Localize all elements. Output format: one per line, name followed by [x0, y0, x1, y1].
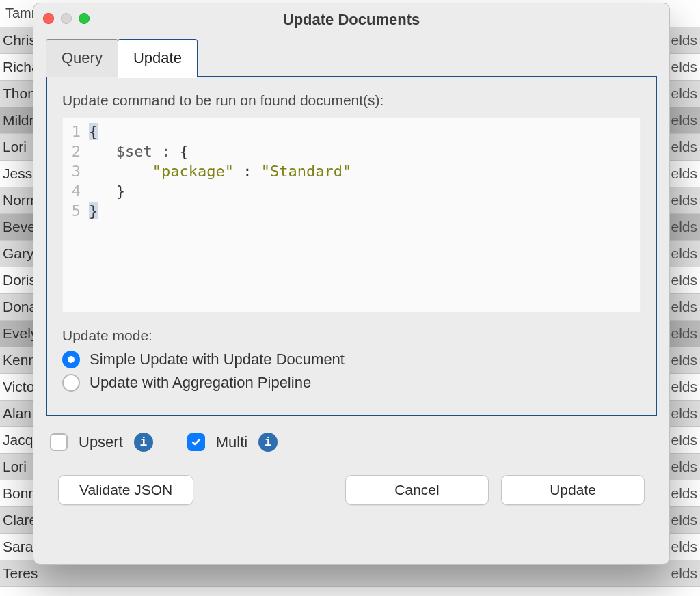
window-controls: [43, 13, 90, 24]
titlebar: Update Documents: [33, 3, 669, 36]
validate-json-button[interactable]: Validate JSON: [58, 475, 193, 505]
tab-update[interactable]: Update: [118, 39, 198, 77]
upsert-label: Upsert: [79, 433, 123, 451]
radio-label: Update with Aggregation Pipeline: [90, 374, 311, 392]
tabbar: Query Update: [46, 39, 657, 77]
radio-icon: [62, 374, 80, 392]
multi-checkbox[interactable]: [187, 433, 205, 451]
tab-query[interactable]: Query: [46, 39, 118, 77]
close-icon[interactable]: [43, 13, 54, 24]
panel-label: Update command to be run on found docume…: [62, 92, 641, 109]
code-editor[interactable]: 1 2 3 4 5 { $set : { "package" : "Standa…: [62, 117, 641, 312]
multi-label: Multi: [216, 433, 247, 451]
update-panel: Update command to be run on found docume…: [46, 76, 657, 416]
upsert-info-icon[interactable]: i: [134, 433, 153, 452]
update-documents-dialog: Update Documents Query Update Update com…: [33, 3, 670, 565]
options-row: Upsert i Multi i: [46, 416, 657, 452]
cell-first-name: Teres: [0, 565, 123, 582]
radio-simple-update[interactable]: Simple Update with Update Document: [62, 351, 641, 368]
button-row: Validate JSON Cancel Update: [46, 452, 657, 511]
maximize-icon[interactable]: [79, 13, 90, 24]
radio-aggregation-pipeline[interactable]: Update with Aggregation Pipeline: [62, 374, 641, 392]
editor-gutter: 1 2 3 4 5: [63, 118, 83, 312]
minimize-icon: [61, 13, 72, 24]
radio-icon: [62, 351, 80, 368]
multi-info-icon[interactable]: i: [258, 433, 278, 452]
cancel-button[interactable]: Cancel: [345, 475, 489, 505]
mode-label: Update mode:: [62, 327, 641, 344]
radio-label: Simple Update with Update Document: [90, 351, 345, 368]
update-button[interactable]: Update: [501, 475, 645, 505]
editor-code[interactable]: { $set : { "package" : "Standard" } }: [83, 118, 640, 312]
upsert-checkbox[interactable]: [50, 433, 68, 451]
cell-fields: elds: [652, 565, 700, 582]
dialog-title: Update Documents: [283, 11, 420, 29]
